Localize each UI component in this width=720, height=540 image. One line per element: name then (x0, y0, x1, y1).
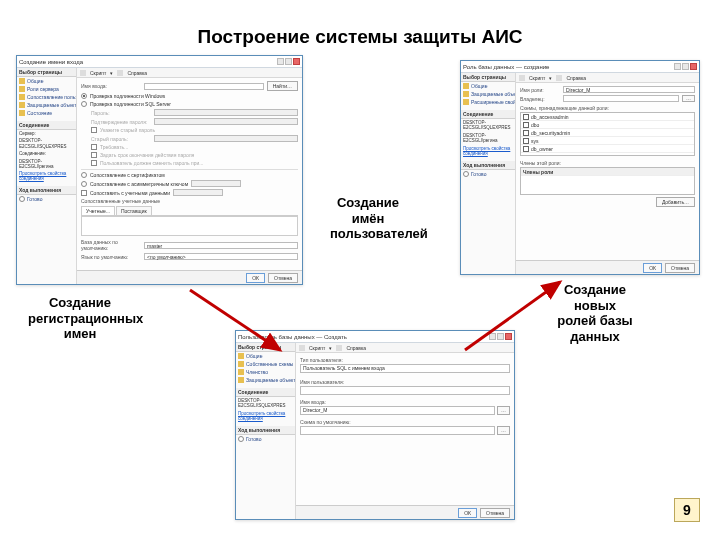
help-icon[interactable] (336, 345, 342, 351)
role-owner-label: Владелец: (520, 96, 560, 102)
login-name-label: Имя входа: (81, 83, 141, 89)
caption-user-creation: Создание имён пользователей (330, 195, 406, 242)
login-name-input[interactable] (144, 83, 264, 90)
list-item: db_accessadmin (521, 113, 694, 121)
connection-head: Соединение (17, 121, 76, 130)
auth-sql-radio[interactable] (81, 101, 87, 107)
help-icon[interactable] (556, 75, 562, 81)
page-icon (19, 86, 25, 92)
login-window-title: Создание имени входа (19, 59, 83, 65)
user-login-input[interactable]: Director_M (300, 406, 495, 415)
auth-asym-radio[interactable] (81, 181, 87, 187)
default-lang-select[interactable]: <по умолчанию> (144, 253, 298, 260)
browse-login-button[interactable]: … (497, 406, 510, 415)
sidebar-item-general[interactable]: Общие (17, 77, 76, 85)
role-name-label: Имя роли: (520, 87, 560, 93)
map-cred-check[interactable] (81, 190, 87, 196)
script-icon[interactable] (519, 75, 525, 81)
server-value: DESKTOP-E2CSGLI\SQLEXPRES (17, 137, 76, 150)
browse-owner-button[interactable]: … (682, 95, 695, 102)
sidebar-head: Выбор страницы (17, 68, 76, 77)
sidebar-item-general[interactable]: Общие (461, 82, 515, 90)
default-db-select[interactable]: master (144, 242, 298, 249)
page-icon (19, 94, 25, 100)
password-confirm-input (154, 118, 298, 125)
user-window-titlebar[interactable]: Пользователь базы данных — Создать (236, 331, 514, 343)
page-icon (19, 110, 25, 116)
page-icon (238, 353, 244, 359)
search-button[interactable]: Найти… (267, 81, 298, 91)
sidebar-item-securables[interactable]: Защищаемые объекты (17, 101, 76, 109)
connection-label: Соединение: (17, 150, 76, 157)
maximize-icon[interactable] (682, 63, 689, 70)
toolbar-help[interactable]: Справка (127, 70, 147, 76)
ok-button[interactable]: ОК (246, 273, 265, 283)
sidebar-item-owned-schemas[interactable]: Собственные схемы (236, 360, 295, 368)
role-content: Скрипт▾ Справка Имя роли: Director_M Вла… (516, 73, 699, 274)
old-password-input (154, 135, 298, 142)
user-name-input[interactable] (300, 386, 510, 395)
add-button[interactable]: Добавить… (656, 197, 695, 207)
sidebar-item-user-mapping[interactable]: Сопоставление пользователей (17, 93, 76, 101)
page-icon (238, 369, 244, 375)
mapped-creds-label: Сопоставленные учетные данные (81, 198, 160, 204)
script-icon[interactable] (80, 70, 86, 76)
cancel-button[interactable]: Отмена (268, 273, 298, 283)
user-window: Пользователь базы данных — Создать Выбор… (235, 330, 515, 520)
default-db-label: База данных по умолчанию: (81, 239, 141, 251)
close-icon[interactable] (293, 58, 300, 65)
page-icon (238, 377, 244, 383)
ok-button[interactable]: ОК (458, 508, 477, 518)
members-listbox[interactable]: Члены роли (520, 167, 695, 195)
default-lang-label: Язык по умолчанию: (81, 254, 141, 260)
sidebar-item-securables[interactable]: Защищаемые объекты (461, 90, 515, 98)
ready-icon (238, 436, 244, 442)
user-sidebar: Выбор страницы Общие Собственные схемы Ч… (236, 343, 296, 519)
connection-value: DESKTOP-E2CSGLI\регина (17, 158, 76, 171)
help-icon[interactable] (117, 70, 123, 76)
minimize-icon[interactable] (674, 63, 681, 70)
role-window-titlebar[interactable]: Роль базы данных — создание (461, 61, 699, 73)
close-icon[interactable] (690, 63, 697, 70)
sidebar-item-extended-props[interactable]: Расширенные свойства (461, 98, 515, 106)
list-item: db_owner (521, 145, 694, 153)
user-schema-input[interactable] (300, 426, 495, 435)
toolbar-script[interactable]: Скрипт (90, 70, 106, 76)
role-owner-input[interactable] (563, 95, 679, 102)
auth-cert-radio[interactable] (81, 172, 87, 178)
schemas-listbox[interactable]: db_accessadmin dbo db_securityadmin sys … (520, 112, 695, 156)
cancel-button[interactable]: Отмена (480, 508, 510, 518)
maximize-icon[interactable] (285, 58, 292, 65)
schemas-head: Схемы, принадлежащие данной роли: (520, 104, 695, 112)
sidebar-item-membership[interactable]: Членство (236, 368, 295, 376)
login-window: Создание имени входа Выбор страницы Общи… (16, 55, 303, 285)
sidebar-item-securables[interactable]: Защищаемые объекты (236, 376, 295, 384)
slide-title: Построение системы защиты АИС (0, 26, 720, 48)
role-name-input[interactable]: Director_M (563, 86, 695, 93)
maximize-icon[interactable] (497, 333, 504, 340)
auth-windows-radio[interactable] (81, 93, 87, 99)
sidebar-item-general[interactable]: Общие (236, 352, 295, 360)
view-connection-props-link[interactable]: Просмотреть свойства соединения (17, 170, 76, 182)
user-content: Скрипт▾ Справка Тип пользователя: Пользо… (296, 343, 514, 519)
list-item: db_securityadmin (521, 129, 694, 137)
ok-button[interactable]: ОК (643, 263, 662, 273)
view-connection-props-link[interactable]: Просмотреть свойства соединения (236, 410, 295, 422)
login-window-titlebar[interactable]: Создание имени входа (17, 56, 302, 68)
cancel-button[interactable]: Отмена (665, 263, 695, 273)
tab-credentials[interactable]: Учетные... (81, 206, 115, 215)
browse-schema-button[interactable]: … (497, 426, 510, 435)
user-schema-label: Схема по умолчанию: (300, 418, 510, 426)
minimize-icon[interactable] (277, 58, 284, 65)
minimize-icon[interactable] (489, 333, 496, 340)
tab-provider[interactable]: Поставщик (116, 206, 152, 215)
change-password-check (91, 160, 97, 166)
mapped-credentials-grid[interactable] (81, 216, 298, 236)
password-input (154, 109, 298, 116)
script-icon[interactable] (299, 345, 305, 351)
close-icon[interactable] (505, 333, 512, 340)
user-type-select[interactable]: Пользователь SQL с именем входа (300, 364, 510, 373)
sidebar-item-server-roles[interactable]: Роли сервера (17, 85, 76, 93)
sidebar-item-status[interactable]: Состояние (17, 109, 76, 117)
view-connection-props-link[interactable]: Просмотреть свойства соединения (461, 145, 515, 157)
